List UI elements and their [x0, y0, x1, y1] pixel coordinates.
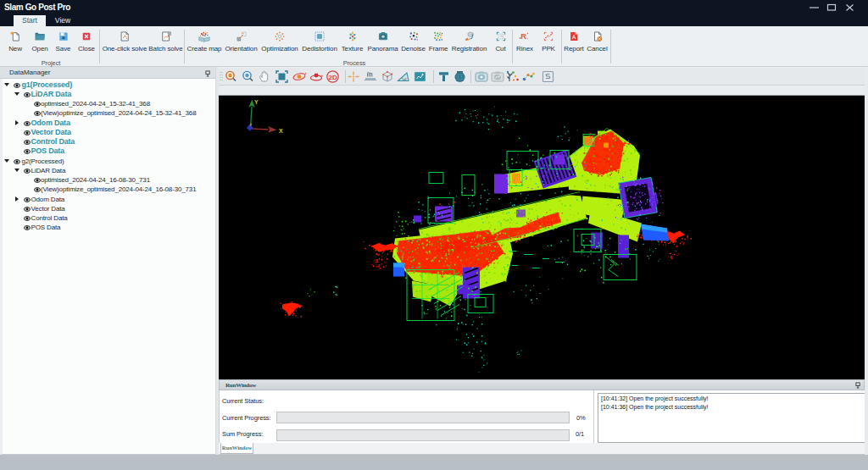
- svg-text:R: R: [520, 32, 526, 41]
- svg-text:Y: Y: [254, 99, 259, 105]
- svg-text:2D: 2D: [329, 74, 337, 81]
- svg-text:a: a: [404, 76, 407, 81]
- svg-text:X: X: [279, 128, 283, 134]
- svg-text:z: z: [250, 122, 253, 127]
